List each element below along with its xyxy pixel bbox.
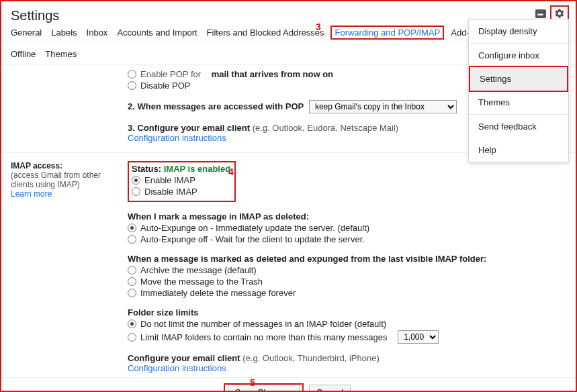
imap-side-sub: (access Gmail from other clients using I…: [11, 170, 120, 189]
label-exp-trash: Move the message to the Trash: [140, 277, 263, 287]
menu-help[interactable]: Help: [469, 138, 568, 162]
footer: Save Changes Cancel: [1, 377, 576, 392]
imap-status-block: Status: IMAP is enabled Enable IMAP Disa…: [128, 161, 236, 202]
label-enable-pop-new: Enable POP for: [140, 69, 201, 79]
pop-config-link[interactable]: Configuration instructions: [128, 133, 226, 143]
radio-limit-none[interactable]: [128, 320, 136, 328]
menu-send-feedback[interactable]: Send feedback: [469, 115, 568, 138]
radio-disable-pop[interactable]: [128, 81, 136, 90]
imap-config-link[interactable]: Configuration instructions: [128, 363, 226, 373]
radio-exp-trash[interactable]: [128, 277, 136, 286]
tab-filters[interactable]: Filters and Blocked Addresses: [207, 28, 324, 38]
menu-themes[interactable]: Themes: [469, 91, 568, 114]
pop-step3-label: 3. Configure your email client: [128, 123, 250, 133]
tab-offline[interactable]: Offline: [11, 49, 36, 59]
pop-step2-label: 2. When messages are accessed with POP: [128, 101, 304, 111]
imap-side-title: IMAP access:: [11, 161, 120, 170]
radio-expunge-off[interactable]: [128, 235, 136, 244]
imap-status-label: Status:: [132, 164, 161, 174]
label-disable-imap: Disable IMAP: [144, 187, 197, 197]
label-exp-archive: Archive the message (default): [140, 265, 257, 275]
imap-deleted-heading: When I mark a message in IMAP as deleted…: [128, 211, 566, 222]
save-button[interactable]: Save Changes: [228, 385, 300, 392]
imap-config-heading: Configure your email client: [128, 353, 240, 363]
radio-exp-archive[interactable]: [128, 266, 136, 275]
tab-themes[interactable]: Themes: [45, 49, 77, 59]
radio-expunge-on[interactable]: [128, 224, 136, 232]
radio-enable-imap[interactable]: [132, 176, 140, 185]
imap-limits-heading: Folder size limits: [128, 307, 566, 317]
settings-menu: Display density Configure inbox Settings…: [468, 19, 569, 162]
cancel-button[interactable]: Cancel: [309, 385, 351, 392]
imap-learn-more[interactable]: Learn more: [11, 189, 52, 199]
label-expunge-off: Auto-Expunge off - Wait for the client t…: [140, 234, 365, 244]
label-exp-delete: Immediately delete the message forever: [140, 288, 296, 298]
limit-count-select[interactable]: 1,000: [398, 330, 439, 344]
menu-display-density[interactable]: Display density: [469, 19, 568, 43]
imap-status-value: IMAP is enabled: [164, 164, 230, 174]
radio-limit-count[interactable]: [128, 333, 136, 342]
radio-enable-pop-new[interactable]: [128, 70, 136, 79]
radio-exp-delete[interactable]: [128, 289, 136, 297]
label-limit-none: Do not limit the number of messages in a…: [140, 319, 386, 329]
imap-expunge-heading: When a message is marked as deleted and …: [128, 254, 566, 264]
imap-config-hint: (e.g. Outlook, Thunderbird, iPhone): [242, 353, 380, 363]
label-disable-pop: Disable POP: [140, 81, 190, 91]
tab-forwarding-pop-imap[interactable]: Forwarding and POP/IMAP: [330, 26, 444, 40]
tab-inbox[interactable]: Inbox: [87, 28, 108, 38]
tab-accounts[interactable]: Accounts and Import: [117, 28, 197, 38]
pop-step3-hint-text: (e.g. Outlook, Eudora, Netscape Mail): [253, 123, 399, 133]
tab-labels[interactable]: Labels: [51, 28, 77, 38]
label-enable-pop-new-bold: mail that arrives from now on: [212, 69, 333, 79]
label-enable-imap: Enable IMAP: [144, 175, 195, 185]
label-expunge-on: Auto-Expunge on - Immediately update the…: [140, 223, 369, 233]
radio-disable-imap[interactable]: [132, 187, 140, 196]
menu-settings[interactable]: Settings: [470, 67, 567, 91]
tab-general[interactable]: General: [11, 28, 42, 38]
label-limit-count: Limit IMAP folders to contain no more th…: [140, 332, 388, 342]
pop-access-select[interactable]: keep Gmail's copy in the Inbox: [309, 100, 457, 113]
menu-configure-inbox[interactable]: Configure inbox: [469, 44, 568, 67]
badge: ▬: [535, 9, 547, 18]
